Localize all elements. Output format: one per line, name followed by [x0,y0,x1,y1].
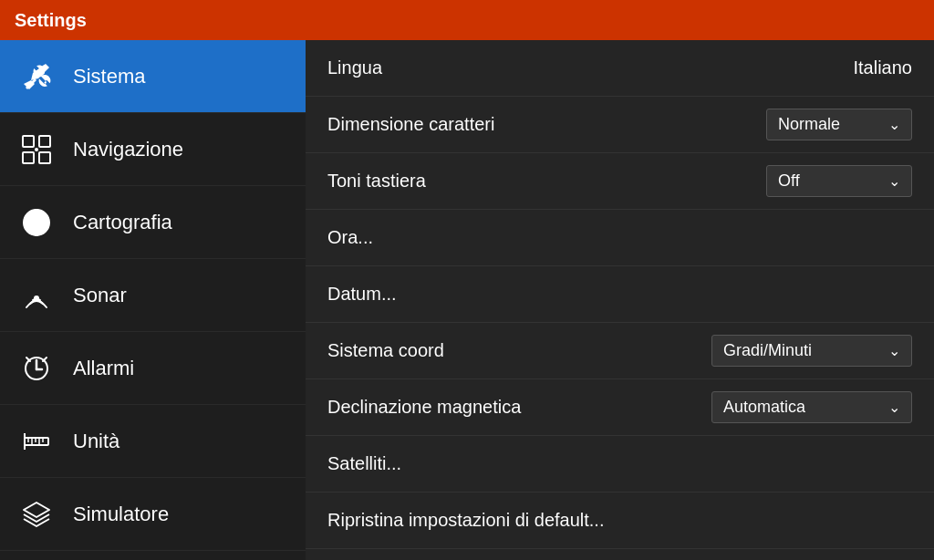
settings-row-dimensione-caratteri: Dimensione caratteri Normale ⌄ [306,97,934,153]
settings-row-declinazione-magnetica: Declinazione magnetica Automatica ⌄ [306,379,934,436]
sidebar-item-sonar-label: Sonar [73,284,127,307]
toni-tastiera-label: Toni tastiera [327,171,426,192]
svg-marker-24 [24,503,49,517]
sistema-coord-value: Gradi/Minuti [723,341,879,360]
svg-rect-1 [23,136,34,147]
sidebar-item-simulatore-label: Simulatore [73,503,169,526]
sidebar: Sistema Navigazione [0,40,306,560]
sonar-icon [18,277,55,314]
ora-link[interactable]: Ora... [327,227,373,248]
content-area: Sistema Navigazione [0,40,934,560]
sidebar-item-sonar[interactable]: Sonar [0,259,306,332]
settings-row-satelliti[interactable]: Satelliti... [306,436,934,493]
lingua-value: Italiano [854,57,913,78]
settings-row-sistema-coord: Sistema coord Gradi/Minuti ⌄ [306,323,934,379]
settings-row-lingua[interactable]: Lingua Italiano [306,40,934,97]
sidebar-item-unita-label: Unità [73,430,119,453]
sidebar-item-simulatore[interactable]: Simulatore [0,478,306,551]
app-window: Settings Sistema [0,0,934,560]
settings-row-datum[interactable]: Datum... [306,266,934,323]
navigation-icon [18,131,55,168]
globe-icon [18,204,55,241]
sistema-coord-label: Sistema coord [327,340,444,361]
declinazione-magnetica-label: Declinazione magnetica [327,397,521,418]
sidebar-item-sistema[interactable]: Sistema [0,40,306,113]
svg-line-16 [43,358,47,361]
sidebar-item-sistema-label: Sistema [73,65,145,88]
satelliti-link[interactable]: Satelliti... [327,453,401,474]
ruler-icon [18,423,55,460]
sidebar-item-cartografia-label: Cartografia [73,211,172,234]
sidebar-item-allarmi-label: Allarmi [73,357,134,380]
sidebar-item-allarmi[interactable]: Allarmi [0,332,306,405]
layers-icon [18,496,55,533]
dimensione-caratteri-value: Normale [778,115,879,134]
dimensione-caratteri-label: Dimensione caratteri [327,114,494,135]
svg-rect-3 [39,136,50,147]
title-bar-text: Settings [15,10,87,31]
chevron-down-icon-2: ⌄ [888,172,900,190]
datum-link[interactable]: Datum... [327,284,397,305]
settings-row-avanzate[interactable]: Avanzate... [306,549,934,560]
sidebar-item-navigazione-label: Navigazione [73,138,183,161]
sistema-coord-dropdown[interactable]: Gradi/Minuti ⌄ [711,335,912,367]
svg-rect-2 [23,152,34,163]
main-content: Lingua Italiano Dimensione caratteri Nor… [306,40,934,560]
dimensione-caratteri-dropdown[interactable]: Normale ⌄ [766,109,912,140]
svg-line-15 [26,358,30,361]
declinazione-magnetica-dropdown[interactable]: Automatica ⌄ [711,391,912,423]
alarm-icon [18,350,55,387]
chevron-down-icon-3: ⌄ [888,342,900,359]
toni-tastiera-dropdown[interactable]: Off ⌄ [766,165,912,197]
sidebar-item-unita[interactable]: Unità [0,405,306,478]
settings-row-ora[interactable]: Ora... [306,210,934,266]
settings-row-toni-tastiera: Toni tastiera Off ⌄ [306,153,934,210]
settings-row-ripristina[interactable]: Ripristina impostazioni di default... [306,493,934,549]
wrench-icon [18,58,55,95]
chevron-down-icon-4: ⌄ [888,399,900,416]
sidebar-item-cartografia[interactable]: Cartografia [0,186,306,259]
title-bar: Settings [0,0,934,40]
declinazione-magnetica-value: Automatica [723,398,879,417]
chevron-down-icon: ⌄ [888,116,900,133]
toni-tastiera-value: Off [778,171,879,191]
svg-rect-4 [39,152,50,163]
sidebar-item-navigazione[interactable]: Navigazione [0,113,306,186]
svg-point-5 [35,148,38,151]
lingua-label: Lingua [327,57,382,78]
ripristina-link[interactable]: Ripristina impostazioni di default... [327,510,604,531]
